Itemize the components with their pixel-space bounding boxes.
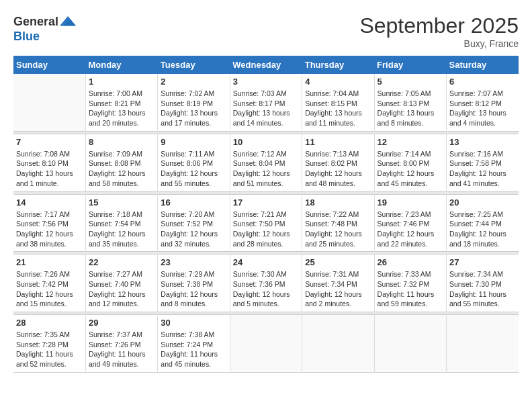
day-info: Sunrise: 7:12 AMSunset: 8:04 PMDaylight:… <box>233 149 299 189</box>
calendar-cell: 24Sunrise: 7:30 AMSunset: 7:36 PMDayligh… <box>230 255 302 312</box>
day-info: Sunrise: 7:23 AMSunset: 7:46 PMDaylight:… <box>378 210 443 249</box>
day-info: Sunrise: 7:13 AMSunset: 8:02 PMDaylight:… <box>305 149 371 189</box>
day-info: Sunrise: 7:11 AMSunset: 8:06 PMDaylight:… <box>161 149 226 189</box>
calendar-cell: 4Sunrise: 7:04 AMSunset: 8:15 PMDaylight… <box>302 74 374 131</box>
calendar-cell: 22Sunrise: 7:27 AMSunset: 7:40 PMDayligh… <box>85 255 157 312</box>
day-info: Sunrise: 7:02 AMSunset: 8:19 PMDaylight:… <box>161 89 226 128</box>
day-number: 20 <box>449 197 516 208</box>
day-info: Sunrise: 7:25 AMSunset: 7:44 PMDaylight:… <box>449 210 516 249</box>
day-info: Sunrise: 7:05 AMSunset: 8:13 PMDaylight:… <box>378 89 443 128</box>
day-info: Sunrise: 7:03 AMSunset: 8:17 PMDaylight:… <box>233 89 299 128</box>
day-info: Sunrise: 7:22 AMSunset: 7:48 PMDaylight:… <box>305 210 371 249</box>
calendar-cell: 19Sunrise: 7:23 AMSunset: 7:46 PMDayligh… <box>374 194 446 252</box>
day-number: 6 <box>449 77 516 87</box>
calendar-week-row: 1Sunrise: 7:00 AMSunset: 8:21 PMDaylight… <box>13 74 519 131</box>
day-info: Sunrise: 7:35 AMSunset: 7:28 PMDaylight:… <box>16 330 83 369</box>
month-year-title: September 2025 <box>359 13 519 38</box>
day-number: 15 <box>89 197 154 208</box>
calendar-cell: 11Sunrise: 7:13 AMSunset: 8:02 PMDayligh… <box>302 134 374 191</box>
day-info: Sunrise: 7:20 AMSunset: 7:52 PMDaylight:… <box>161 210 226 249</box>
day-info: Sunrise: 7:26 AMSunset: 7:42 PMDaylight:… <box>16 269 83 309</box>
day-info: Sunrise: 7:37 AMSunset: 7:26 PMDaylight:… <box>89 330 154 369</box>
location-text: Buxy, France <box>359 38 519 49</box>
day-info: Sunrise: 7:04 AMSunset: 8:15 PMDaylight:… <box>305 89 371 128</box>
page-header: General Blue September 2025 Buxy, France <box>13 13 519 49</box>
day-number: 29 <box>89 318 154 328</box>
day-number: 21 <box>16 257 83 267</box>
calendar-cell: 29Sunrise: 7:37 AMSunset: 7:26 PMDayligh… <box>85 315 157 373</box>
logo: General Blue <box>13 13 76 44</box>
day-number: 16 <box>161 197 226 208</box>
day-number: 10 <box>233 137 299 147</box>
calendar-cell: 13Sunrise: 7:16 AMSunset: 7:58 PMDayligh… <box>447 134 519 191</box>
calendar-cell: 5Sunrise: 7:05 AMSunset: 8:13 PMDaylight… <box>374 74 446 131</box>
day-info: Sunrise: 7:31 AMSunset: 7:34 PMDaylight:… <box>305 269 371 309</box>
day-number: 13 <box>449 137 516 147</box>
calendar-cell <box>230 315 302 373</box>
day-info: Sunrise: 7:21 AMSunset: 7:50 PMDaylight:… <box>233 210 299 249</box>
day-info: Sunrise: 7:08 AMSunset: 8:10 PMDaylight:… <box>16 149 83 189</box>
calendar-cell <box>302 315 374 373</box>
day-number: 14 <box>16 197 83 208</box>
calendar-cell: 2Sunrise: 7:02 AMSunset: 8:19 PMDaylight… <box>158 74 230 131</box>
calendar-week-row: 14Sunrise: 7:17 AMSunset: 7:56 PMDayligh… <box>13 194 519 252</box>
day-number: 24 <box>233 257 299 267</box>
calendar-cell <box>374 315 446 373</box>
day-number: 9 <box>161 137 226 147</box>
day-number: 8 <box>89 137 154 147</box>
calendar-table: SundayMondayTuesdayWednesdayThursdayFrid… <box>13 56 519 373</box>
day-info: Sunrise: 7:07 AMSunset: 8:12 PMDaylight:… <box>449 89 516 128</box>
calendar-cell <box>447 315 519 373</box>
calendar-week-row: 28Sunrise: 7:35 AMSunset: 7:28 PMDayligh… <box>13 315 519 373</box>
day-of-week-header: Sunday <box>13 56 85 74</box>
calendar-cell: 28Sunrise: 7:35 AMSunset: 7:28 PMDayligh… <box>13 315 85 373</box>
day-number: 27 <box>449 257 516 267</box>
day-number: 18 <box>305 197 371 208</box>
day-number: 12 <box>378 137 443 147</box>
day-number: 7 <box>16 137 83 147</box>
day-info: Sunrise: 7:30 AMSunset: 7:36 PMDaylight:… <box>233 269 299 309</box>
day-info: Sunrise: 7:16 AMSunset: 7:58 PMDaylight:… <box>449 149 516 189</box>
calendar-cell: 17Sunrise: 7:21 AMSunset: 7:50 PMDayligh… <box>230 194 302 252</box>
day-info: Sunrise: 7:17 AMSunset: 7:56 PMDaylight:… <box>16 210 83 249</box>
calendar-cell: 9Sunrise: 7:11 AMSunset: 8:06 PMDaylight… <box>158 134 230 191</box>
logo-icon <box>60 13 76 30</box>
calendar-cell: 26Sunrise: 7:33 AMSunset: 7:32 PMDayligh… <box>374 255 446 312</box>
day-of-week-header: Monday <box>85 56 157 74</box>
calendar-cell: 27Sunrise: 7:34 AMSunset: 7:30 PMDayligh… <box>447 255 519 312</box>
day-number: 5 <box>378 77 443 87</box>
day-info: Sunrise: 7:09 AMSunset: 8:08 PMDaylight:… <box>89 149 154 189</box>
day-number: 4 <box>305 77 371 87</box>
calendar-cell: 20Sunrise: 7:25 AMSunset: 7:44 PMDayligh… <box>447 194 519 252</box>
day-number: 23 <box>161 257 226 267</box>
day-info: Sunrise: 7:33 AMSunset: 7:32 PMDaylight:… <box>378 269 443 309</box>
calendar-cell <box>13 74 85 131</box>
day-number: 11 <box>305 137 371 147</box>
calendar-cell: 14Sunrise: 7:17 AMSunset: 7:56 PMDayligh… <box>13 194 85 252</box>
calendar-header-row: SundayMondayTuesdayWednesdayThursdayFrid… <box>13 56 519 74</box>
day-number: 17 <box>233 197 299 208</box>
day-number: 3 <box>233 77 299 87</box>
title-block: September 2025 Buxy, France <box>359 13 519 49</box>
calendar-cell: 18Sunrise: 7:22 AMSunset: 7:48 PMDayligh… <box>302 194 374 252</box>
calendar-cell: 6Sunrise: 7:07 AMSunset: 8:12 PMDaylight… <box>447 74 519 131</box>
day-of-week-header: Thursday <box>302 56 374 74</box>
calendar-cell: 1Sunrise: 7:00 AMSunset: 8:21 PMDaylight… <box>85 74 157 131</box>
day-info: Sunrise: 7:34 AMSunset: 7:30 PMDaylight:… <box>449 269 516 309</box>
day-info: Sunrise: 7:18 AMSunset: 7:54 PMDaylight:… <box>89 210 154 249</box>
day-number: 26 <box>378 257 443 267</box>
calendar-week-row: 7Sunrise: 7:08 AMSunset: 8:10 PMDaylight… <box>13 134 519 191</box>
calendar-cell: 3Sunrise: 7:03 AMSunset: 8:17 PMDaylight… <box>230 74 302 131</box>
day-number: 2 <box>161 77 226 87</box>
calendar-cell: 25Sunrise: 7:31 AMSunset: 7:34 PMDayligh… <box>302 255 374 312</box>
day-number: 25 <box>305 257 371 267</box>
calendar-cell: 16Sunrise: 7:20 AMSunset: 7:52 PMDayligh… <box>158 194 230 252</box>
day-info: Sunrise: 7:27 AMSunset: 7:40 PMDaylight:… <box>89 269 154 309</box>
calendar-cell: 7Sunrise: 7:08 AMSunset: 8:10 PMDaylight… <box>13 134 85 191</box>
calendar-cell: 23Sunrise: 7:29 AMSunset: 7:38 PMDayligh… <box>158 255 230 312</box>
day-number: 19 <box>378 197 443 208</box>
calendar-week-row: 21Sunrise: 7:26 AMSunset: 7:42 PMDayligh… <box>13 255 519 312</box>
day-of-week-header: Saturday <box>447 56 519 74</box>
day-of-week-header: Tuesday <box>158 56 230 74</box>
calendar-cell: 8Sunrise: 7:09 AMSunset: 8:08 PMDaylight… <box>85 134 157 191</box>
